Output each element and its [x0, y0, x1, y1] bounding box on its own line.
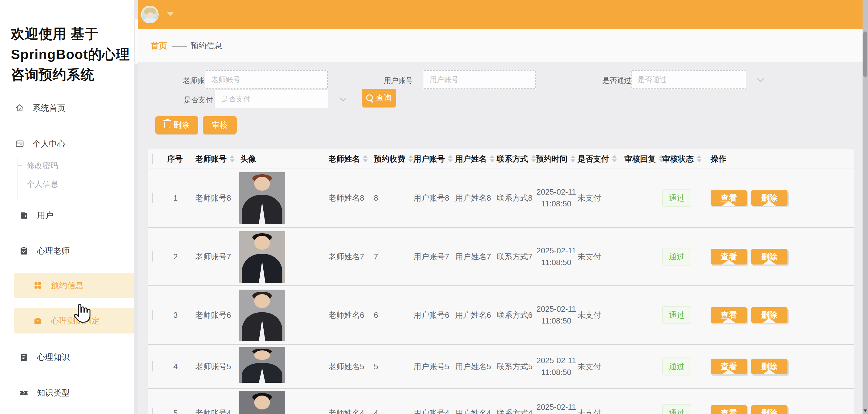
sidebar-scrollbar-thumb[interactable]	[135, 19, 138, 64]
delete-button[interactable]: 删除	[155, 116, 198, 134]
page-scrollbar-thumb[interactable]	[863, 31, 867, 77]
sort-icon[interactable]	[697, 155, 702, 162]
status-badge: 通过	[662, 358, 691, 376]
row-checkbox[interactable]	[152, 310, 153, 320]
app-title: 欢迎使用 基于SpringBoot的心理咨询预约系统	[11, 24, 131, 85]
breadcrumb-home-link[interactable]: 首页	[151, 40, 167, 51]
chevron-down-icon[interactable]	[340, 95, 347, 102]
teacher-photo	[239, 391, 285, 414]
search-button[interactable]: 查询	[362, 89, 396, 107]
teacher-account-input[interactable]	[205, 70, 328, 89]
col-header-time[interactable]: 预约时间	[536, 153, 575, 164]
row-delete-button[interactable]: 删除	[751, 190, 787, 206]
row-checkbox[interactable]	[152, 361, 153, 372]
col-header-paid[interactable]: 是否支付	[578, 153, 617, 164]
col-header-reply[interactable]: 审核回复	[624, 153, 664, 164]
user-avatar[interactable]	[141, 6, 159, 23]
col-header-contact[interactable]: 联系方式	[497, 153, 536, 164]
sort-icon[interactable]	[531, 155, 536, 162]
sidebar: 欢迎使用 基于SpringBoot的心理咨询预约系统 系统首页 个人中心 修改密…	[0, 0, 134, 414]
row-delete-button[interactable]: 删除	[751, 307, 787, 323]
col-header-user-account[interactable]: 用户账号	[413, 153, 453, 164]
app-root: { "sidebar": { "title": "欢迎使用 基于SpringBo…	[0, 0, 868, 414]
row-delete-button[interactable]: 删除	[751, 249, 787, 264]
teacher-photo	[239, 231, 285, 283]
col-header-fee[interactable]: 预约收费	[374, 153, 413, 164]
sort-icon[interactable]	[490, 155, 495, 162]
view-button[interactable]: 查看	[711, 307, 747, 323]
status-badge: 通过	[662, 306, 691, 324]
avatar-dropdown-caret-icon[interactable]	[167, 12, 174, 16]
view-button[interactable]: 查看	[711, 405, 747, 414]
view-button[interactable]: 查看	[711, 249, 747, 264]
row-checkbox[interactable]	[152, 252, 153, 262]
sidebar-item-label: 系统首页	[33, 103, 65, 114]
row-checkbox[interactable]	[152, 193, 153, 203]
col-header-teacher-name[interactable]: 老师姓名	[329, 153, 368, 164]
seq-cell: 5	[167, 408, 184, 414]
seq-cell: 1	[167, 193, 184, 203]
user-account-cell: 用户账号7	[413, 252, 449, 262]
view-button[interactable]: 查看	[711, 359, 747, 374]
status-cell: 通过	[662, 189, 691, 207]
select-all-checkbox[interactable]	[152, 153, 153, 164]
status-cell: 通过	[662, 248, 691, 266]
sidebar-item-change-password[interactable]: 修改密码	[27, 156, 58, 174]
pass-filter-label: 是否通过	[602, 76, 631, 85]
teacher-account-cell: 老师账号8	[195, 193, 231, 203]
paid-filter-select[interactable]	[215, 90, 329, 108]
user-name-cell: 用户姓名8	[455, 193, 491, 203]
user-account-cell: 用户账号6	[413, 310, 449, 320]
sidebar-item-psych-teachers[interactable]: 心理老师	[0, 238, 134, 263]
sort-icon[interactable]	[612, 155, 617, 162]
paid-cell: 未支付	[578, 408, 601, 414]
teacher-name-cell: 老师姓名7	[329, 252, 364, 262]
sort-icon[interactable]	[230, 155, 235, 162]
teacher-name-cell: 老师姓名6	[329, 310, 364, 320]
sidebar-scrollbar[interactable]	[134, 0, 138, 414]
status-cell: 通过	[662, 404, 691, 414]
user-account-input[interactable]	[423, 70, 536, 89]
home-icon	[14, 103, 25, 113]
view-button[interactable]: 查看	[711, 190, 747, 206]
sidebar-item-psych-knowledge[interactable]: 心理知识	[0, 344, 134, 370]
paid-filter-label: 是否支付	[184, 95, 213, 105]
time-cell: 2025-02-1111:08:50	[532, 186, 581, 210]
document-icon	[19, 352, 29, 362]
scrollbar-down-arrow-icon[interactable]	[864, 410, 867, 412]
paid-cell: 未支付	[578, 361, 601, 372]
sort-icon[interactable]	[448, 155, 453, 162]
sidebar-item-home[interactable]: 系统首页	[0, 95, 134, 121]
sidebar-item-appointments[interactable]: 预约信息	[14, 273, 138, 298]
sort-icon[interactable]	[408, 155, 413, 162]
audit-button[interactable]: 审核	[203, 116, 237, 134]
page-scrollbar[interactable]	[863, 0, 868, 414]
trash-icon	[164, 122, 170, 128]
row-checkbox[interactable]	[152, 408, 153, 414]
sidebar-item-personal-info[interactable]: 个人信息	[27, 175, 58, 193]
sidebar-item-knowledge-types[interactable]: 知识类型	[0, 380, 134, 406]
teacher-account-cell: 老师账号7	[195, 252, 231, 262]
contact-cell: 联系方式6	[497, 310, 532, 320]
col-header-teacher-account[interactable]: 老师账号	[195, 153, 235, 164]
row-delete-button[interactable]: 删除	[751, 405, 787, 414]
chevron-down-icon[interactable]	[757, 75, 764, 82]
row-delete-button[interactable]: 删除	[751, 359, 787, 374]
fee-cell: 4	[374, 408, 378, 414]
user-name-cell: 用户姓名5	[455, 361, 491, 372]
breadcrumb-separator: ——	[172, 41, 186, 51]
col-header-user-name[interactable]: 用户姓名	[455, 153, 495, 164]
sidebar-item-profile-center[interactable]: 个人中心	[0, 131, 134, 156]
col-header-status[interactable]: 审核状态	[662, 153, 702, 164]
sort-icon[interactable]	[570, 155, 575, 162]
time-cell: 2025-02-1111:08:50	[532, 355, 581, 378]
sort-icon[interactable]	[363, 155, 368, 162]
seq-cell: 4	[167, 362, 184, 371]
sidebar-item-psych-test[interactable]: 心理测试判定	[14, 308, 138, 333]
col-header-seq[interactable]: 序号	[167, 153, 184, 164]
seq-cell: 2	[167, 252, 184, 261]
teacher-name-cell: 老师姓名8	[329, 193, 364, 203]
sidebar-item-users[interactable]: 用户	[0, 203, 134, 228]
pass-filter-select[interactable]	[631, 70, 746, 89]
clipboard-check-icon	[19, 246, 29, 256]
